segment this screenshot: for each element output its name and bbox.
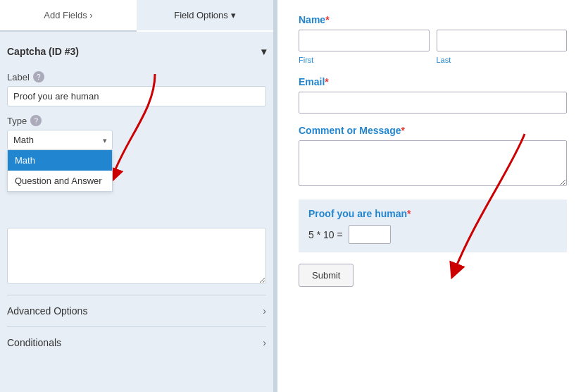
type-field-row: Type ? Math ▾ Math Question and Answer bbox=[7, 115, 266, 150]
captcha-label-text: Proof you are human bbox=[308, 208, 407, 219]
conditionals-label: Conditionals bbox=[7, 337, 61, 348]
advanced-options-section[interactable]: Advanced Options › bbox=[7, 295, 266, 326]
message-required-star: * bbox=[401, 125, 404, 136]
message-form-section: Comment or Message* bbox=[299, 125, 567, 188]
label-input[interactable] bbox=[7, 86, 266, 106]
type-selected-label: Math bbox=[13, 135, 34, 145]
tab-field-options[interactable]: Field Options ▾ bbox=[137, 0, 273, 32]
captcha-section-header[interactable]: Captcha (ID #3) ▾ bbox=[7, 40, 266, 63]
tab-field-options-label: Field Options bbox=[174, 10, 228, 20]
label-field-label: Label ? bbox=[7, 71, 266, 82]
type-help-icon[interactable]: ? bbox=[30, 115, 42, 126]
captcha-label: Proof you are human* bbox=[308, 208, 557, 219]
name-label: Name* bbox=[299, 14, 567, 25]
name-label-text: Name bbox=[299, 14, 325, 25]
captcha-equation-text: 5 * 10 = bbox=[308, 229, 343, 240]
label-text: Label bbox=[7, 72, 30, 82]
captcha-required-star: * bbox=[407, 208, 411, 219]
type-dropdown-menu: Math Question and Answer bbox=[7, 150, 113, 192]
message-textarea[interactable] bbox=[299, 140, 567, 186]
textarea-row bbox=[7, 228, 266, 286]
captcha-textarea[interactable] bbox=[7, 228, 266, 284]
email-required-star: * bbox=[325, 76, 328, 87]
type-select[interactable]: Math bbox=[7, 130, 113, 150]
name-form-section: Name* First Last bbox=[299, 14, 567, 65]
captcha-form-section: Proof you are human* 5 * 10 = bbox=[299, 200, 567, 252]
message-label: Comment or Message* bbox=[299, 125, 567, 136]
dropdown-item-qa[interactable]: Question and Answer bbox=[8, 171, 112, 191]
label-help-icon[interactable]: ? bbox=[33, 71, 44, 82]
right-panel: Name* First Last Email* Comment or Messa… bbox=[277, 0, 588, 392]
captcha-answer-input[interactable] bbox=[349, 225, 391, 244]
name-inputs-row bbox=[299, 30, 567, 51]
email-input[interactable] bbox=[299, 92, 567, 114]
email-label: Email* bbox=[299, 76, 567, 87]
message-label-text: Comment or Message bbox=[299, 125, 401, 136]
tab-field-options-icon: ▾ bbox=[231, 10, 236, 20]
advanced-options-icon: › bbox=[263, 305, 266, 317]
last-label: Last bbox=[437, 56, 451, 64]
conditionals-section[interactable]: Conditionals › bbox=[7, 326, 266, 358]
tab-add-fields-icon: › bbox=[89, 10, 92, 20]
label-field-row: Label ? bbox=[7, 71, 266, 106]
tab-add-fields[interactable]: Add Fields › bbox=[0, 0, 137, 32]
tabs-bar: Add Fields › Field Options ▾ bbox=[0, 0, 273, 32]
name-sublabels: First Last bbox=[299, 54, 567, 65]
type-field-label: Type ? bbox=[7, 115, 266, 126]
first-label: First bbox=[299, 56, 313, 64]
email-form-section: Email* bbox=[299, 76, 567, 114]
submit-button[interactable]: Submit bbox=[299, 264, 354, 287]
captcha-equation-row: 5 * 10 = bbox=[308, 225, 557, 244]
tab-add-fields-label: Add Fields bbox=[44, 10, 87, 20]
email-label-text: Email bbox=[299, 76, 325, 87]
type-select-wrapper: Math ▾ Math Question and Answer bbox=[7, 130, 113, 150]
section-collapse-icon: ▾ bbox=[261, 46, 266, 57]
type-text: Type bbox=[7, 116, 27, 126]
conditionals-icon: › bbox=[263, 337, 266, 348]
name-required-star: * bbox=[325, 14, 329, 25]
dropdown-item-math[interactable]: Math bbox=[8, 150, 112, 171]
advanced-options-label: Advanced Options bbox=[7, 305, 87, 317]
section-title: Captcha (ID #3) bbox=[7, 46, 79, 57]
first-name-input[interactable] bbox=[299, 30, 430, 51]
last-name-input[interactable] bbox=[437, 30, 568, 51]
